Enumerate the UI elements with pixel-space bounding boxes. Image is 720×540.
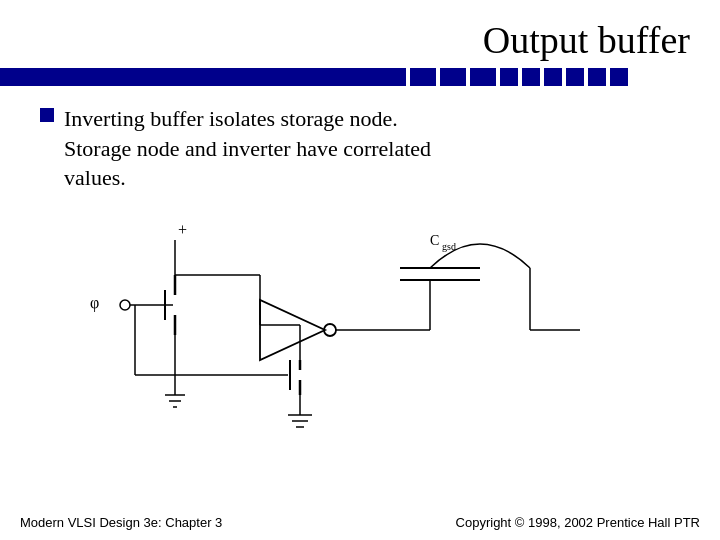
stripe-1: [380, 68, 406, 86]
svg-point-1: [120, 300, 130, 310]
stripe-6: [522, 68, 540, 86]
footer: Modern VLSI Design 3e: Chapter 3 Copyrig…: [0, 515, 720, 530]
stripe-5: [500, 68, 518, 86]
circuit-diagram: φ +: [60, 160, 680, 480]
svg-text:φ: φ: [90, 294, 99, 312]
bar-solid: [0, 68, 380, 86]
svg-marker-16: [260, 300, 325, 360]
footer-right: Copyright © 1998, 2002 Prentice Hall PTR: [456, 515, 700, 530]
stripe-4: [470, 68, 496, 86]
stripe-3: [440, 68, 466, 86]
slide: Output buffer Inverting buffer isolates …: [0, 0, 720, 540]
stripe-8: [566, 68, 584, 86]
stripe-2: [410, 68, 436, 86]
slide-title: Output buffer: [483, 19, 690, 61]
bar-pattern: [380, 68, 720, 86]
footer-left: Modern VLSI Design 3e: Chapter 3: [20, 515, 222, 530]
stripe-9: [588, 68, 606, 86]
svg-text:C: C: [430, 233, 439, 248]
stripe-7: [544, 68, 562, 86]
stripe-10: [610, 68, 628, 86]
svg-text:+: +: [178, 221, 187, 238]
title-area: Output buffer: [0, 0, 720, 62]
decorative-bar: [0, 68, 720, 86]
circuit-svg: φ +: [60, 160, 680, 480]
bullet-icon: [40, 108, 54, 122]
